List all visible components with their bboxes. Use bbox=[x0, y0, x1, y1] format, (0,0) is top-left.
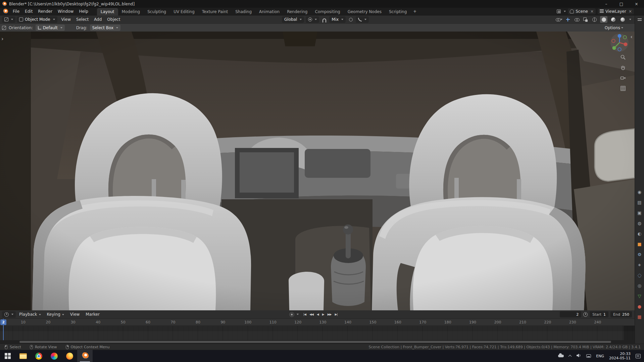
playhead-frame-chip[interactable]: 2 bbox=[0, 319, 6, 325]
notification-center-icon[interactable] bbox=[636, 354, 641, 358]
properties-tab-particles[interactable]: ∗ bbox=[638, 262, 641, 268]
chrome-button[interactable] bbox=[31, 350, 46, 362]
workspace-tab[interactable]: Scripting bbox=[385, 8, 410, 15]
marker-menu[interactable]: Marker bbox=[83, 311, 102, 318]
zoom-gizmo-icon[interactable] bbox=[620, 54, 626, 61]
navigation-gizmo[interactable] bbox=[610, 33, 629, 52]
viewport-menu-item[interactable]: View bbox=[59, 16, 73, 23]
touch-keyboard-icon[interactable] bbox=[586, 354, 591, 358]
falloff-selector[interactable] bbox=[356, 16, 369, 23]
active-tool-icon[interactable] bbox=[2, 26, 6, 30]
options-dropdown[interactable]: Options bbox=[605, 25, 623, 30]
language-indicator[interactable]: ENG bbox=[596, 354, 604, 358]
transform-orientation-selector[interactable]: Global bbox=[282, 16, 304, 23]
scene-selector[interactable]: Scene × bbox=[568, 8, 596, 14]
properties-tab-object[interactable]: ■ bbox=[637, 241, 641, 247]
workspace-tab[interactable]: Geometry Nodes bbox=[344, 8, 385, 15]
workspace-tab[interactable]: Layout bbox=[97, 8, 118, 15]
workspace-tab[interactable]: Rendering bbox=[283, 8, 311, 15]
play-reverse-button[interactable]: ◀ bbox=[315, 312, 320, 317]
show-gizmos-toggle[interactable] bbox=[564, 16, 571, 23]
end-frame-field[interactable]: End 250 bbox=[610, 311, 632, 317]
next-keyframe-button[interactable]: ▶▶ bbox=[326, 312, 333, 317]
toggle-xray-button[interactable] bbox=[582, 16, 589, 23]
start-button[interactable] bbox=[0, 350, 15, 362]
sidebar-expand-icon[interactable]: ‹ bbox=[631, 34, 633, 40]
viewport-menu-item[interactable]: Add bbox=[91, 16, 104, 23]
blender-menu-icon[interactable] bbox=[3, 9, 8, 14]
show-object-types-dropdown[interactable] bbox=[556, 16, 562, 23]
start-frame-field[interactable]: Start 1 bbox=[590, 311, 608, 317]
pan-gizmo-icon[interactable] bbox=[620, 65, 626, 71]
keying-menu[interactable]: Keying bbox=[44, 311, 67, 318]
menu-item[interactable]: Edit bbox=[22, 8, 35, 15]
toggle-ortho-grid-icon[interactable] bbox=[620, 86, 626, 92]
shading-material-button[interactable] bbox=[609, 16, 617, 23]
viewport-menu-item[interactable]: Object bbox=[104, 16, 123, 23]
minimize-button[interactable]: – bbox=[599, 0, 614, 8]
file-explorer-button[interactable] bbox=[15, 350, 31, 362]
workspace-tab[interactable]: Sculpting bbox=[144, 8, 170, 15]
workspace-tab[interactable]: Compositing bbox=[311, 8, 344, 15]
properties-tab-texture[interactable]: ▦ bbox=[637, 314, 641, 320]
properties-tab-world[interactable]: ◐ bbox=[638, 231, 641, 237]
proportional-editing-toggle[interactable] bbox=[347, 16, 354, 23]
mode-selector[interactable]: Object Mode bbox=[17, 16, 57, 23]
firefox-button[interactable] bbox=[62, 350, 77, 362]
shading-solid-button[interactable] bbox=[600, 16, 607, 23]
properties-tab-render[interactable]: ◉ bbox=[638, 189, 641, 195]
viewlayer-selector[interactable]: ViewLayer × bbox=[598, 8, 634, 14]
blender-taskbar-button[interactable] bbox=[77, 350, 93, 362]
add-workspace-button[interactable]: + bbox=[410, 9, 419, 14]
browser-2-button[interactable] bbox=[46, 350, 62, 362]
workspace-tab[interactable]: Shading bbox=[232, 8, 255, 15]
taskbar-clock[interactable]: 20:33 2024-05-11 bbox=[609, 352, 631, 360]
jump-to-end-button[interactable]: ▶| bbox=[334, 312, 339, 317]
workspace-tab[interactable]: UV Editing bbox=[170, 8, 198, 15]
snap-with-selector[interactable]: Mix bbox=[329, 16, 346, 23]
workspace-tab[interactable]: Modeling bbox=[118, 8, 144, 15]
properties-editor-icon[interactable] bbox=[638, 18, 642, 21]
timeline-track-area[interactable] bbox=[0, 326, 635, 340]
properties-tab-output[interactable]: ▤ bbox=[637, 200, 641, 206]
viewport-menu-item[interactable]: Select bbox=[73, 16, 91, 23]
editor-type-selector[interactable] bbox=[2, 16, 15, 23]
prev-keyframe-button[interactable]: ◀◀ bbox=[308, 312, 315, 317]
menu-item[interactable]: Help bbox=[76, 8, 91, 15]
scrollbar-handle[interactable] bbox=[19, 341, 611, 343]
view-menu[interactable]: View bbox=[67, 311, 82, 318]
current-frame-field[interactable]: 2 bbox=[560, 311, 581, 317]
auto-keying-button[interactable] bbox=[289, 312, 294, 317]
play-button[interactable]: ▶ bbox=[321, 312, 326, 317]
properties-tab-modifiers[interactable]: ⚙ bbox=[638, 252, 642, 258]
properties-tab-scene[interactable]: ◍ bbox=[638, 220, 641, 226]
toolbar-expand-icon[interactable]: › bbox=[1, 36, 3, 42]
properties-tab-physics[interactable]: ◌ bbox=[638, 272, 641, 278]
menu-item[interactable]: File bbox=[10, 8, 22, 15]
pivot-point-selector[interactable] bbox=[306, 16, 319, 23]
unlink-scene-icon[interactable]: × bbox=[590, 9, 594, 14]
maximize-button[interactable]: □ bbox=[614, 0, 629, 8]
camera-view-icon[interactable] bbox=[620, 75, 626, 82]
shading-wireframe-button[interactable] bbox=[591, 16, 598, 23]
properties-tab-material[interactable]: ● bbox=[638, 304, 641, 310]
playback-menu[interactable]: Playback bbox=[16, 311, 44, 318]
menu-item[interactable]: Render bbox=[35, 8, 55, 15]
workspace-tab[interactable]: Texture Paint bbox=[198, 8, 232, 15]
workspace-tab[interactable]: Animation bbox=[255, 8, 283, 15]
onedrive-cloud-icon[interactable] bbox=[558, 355, 564, 357]
timeline-scrollbar[interactable] bbox=[0, 340, 635, 344]
timeline-editor-selector[interactable] bbox=[2, 311, 16, 318]
drag-dropdown[interactable]: Select Box bbox=[90, 24, 120, 31]
close-button[interactable]: × bbox=[629, 0, 644, 8]
properties-tab-view-layer[interactable]: ▣ bbox=[637, 210, 641, 216]
tray-expand-icon[interactable] bbox=[568, 355, 572, 358]
viewport-3d[interactable]: › ‹ bbox=[0, 32, 635, 310]
show-overlays-toggle[interactable] bbox=[573, 16, 580, 23]
properties-tab-object-data[interactable]: ▽ bbox=[638, 293, 641, 299]
volume-icon[interactable] bbox=[576, 353, 581, 359]
properties-tab-constraints[interactable]: ◎ bbox=[638, 283, 641, 289]
orientation-dropdown[interactable]: Default bbox=[36, 24, 65, 31]
timeline-ruler[interactable]: 1020304050607080901001101201301401501601… bbox=[0, 319, 635, 326]
shading-rendered-button[interactable] bbox=[619, 16, 626, 23]
